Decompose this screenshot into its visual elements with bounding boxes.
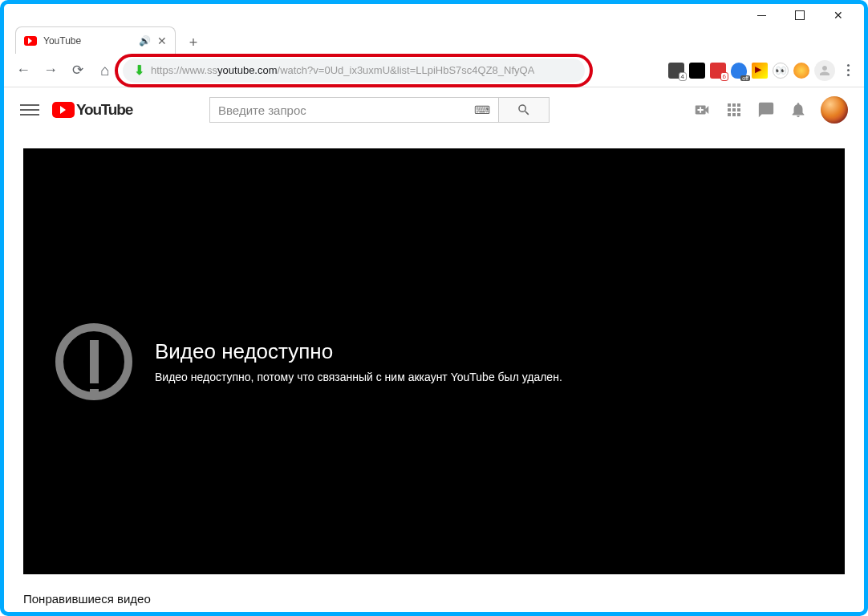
privacy-badge: Ограниченный доступ (23, 612, 132, 616)
extension-icon[interactable] (668, 63, 684, 79)
maximize-button[interactable] (782, 4, 817, 26)
tab-title: YouTube (43, 35, 81, 47)
browser-tab[interactable]: YouTube 🔊 ✕ (15, 26, 176, 54)
page-content: Видео недоступно Видео недоступно, потом… (4, 132, 864, 616)
forward-button[interactable] (39, 59, 62, 82)
url-text: https://www.ssyoutube.com/watch?v=0Ud_ix… (151, 64, 534, 76)
tab-audio-icon[interactable]: 🔊 (139, 35, 151, 47)
extension-icon[interactable] (752, 63, 768, 79)
playlist-title: Понравившиеся видео (23, 592, 845, 606)
reload-button[interactable] (67, 59, 89, 82)
extension-icon[interactable] (731, 63, 747, 79)
playlist-meta: Ограниченный доступ KPdd - 217 видео из … (23, 612, 845, 616)
youtube-logo[interactable]: YouTube (52, 101, 132, 119)
hamburger-menu-button[interactable] (20, 100, 39, 120)
close-window-button[interactable] (821, 4, 856, 26)
search-button[interactable] (498, 97, 550, 123)
error-message: Видео недоступно, потому что связанный с… (155, 371, 562, 383)
extension-icon[interactable] (710, 63, 726, 79)
window-titlebar (4, 4, 864, 26)
error-text: Видео недоступно Видео недоступно, потом… (155, 339, 562, 383)
youtube-header: YouTube Введите запрос ⌨ (4, 87, 864, 132)
notifications-button[interactable] (789, 100, 808, 120)
download-arrow-icon: ⬇ (134, 63, 144, 78)
address-bar[interactable]: ⬇ https://www.ssyoutube.com/watch?v=0Ud_… (123, 59, 585, 83)
tab-strip: YouTube 🔊 ✕ + (4, 26, 864, 54)
error-title: Видео недоступно (155, 339, 562, 364)
browser-window: YouTube 🔊 ✕ + ⬇ https://www.ssyoutube.co… (0, 0, 868, 616)
keyboard-icon[interactable]: ⌨ (474, 103, 490, 116)
search-form: Введите запрос ⌨ (209, 97, 550, 123)
error-icon (55, 323, 132, 400)
messages-button[interactable] (756, 100, 776, 120)
video-player-error: Видео недоступно Видео недоступно, потом… (23, 148, 845, 574)
extension-icon[interactable] (773, 63, 789, 79)
search-input[interactable]: Введите запрос ⌨ (209, 97, 498, 123)
extension-icon[interactable] (689, 63, 705, 79)
browser-menu-button[interactable] (840, 64, 856, 76)
profile-button[interactable] (814, 60, 835, 81)
extension-icon[interactable] (793, 63, 809, 79)
browser-toolbar: ⬇ https://www.ssyoutube.com/watch?v=0Ud_… (4, 54, 864, 87)
apps-button[interactable] (724, 100, 744, 120)
youtube-logo-text: YouTube (76, 101, 132, 119)
new-tab-button[interactable]: + (182, 31, 205, 54)
account-avatar[interactable] (821, 96, 848, 124)
youtube-favicon-icon (24, 36, 37, 46)
back-button[interactable] (12, 59, 34, 82)
minimize-button[interactable] (744, 4, 779, 26)
home-button[interactable] (94, 59, 116, 82)
tab-close-button[interactable]: ✕ (157, 34, 167, 47)
playlist-info: Понравившиеся видео Ограниченный доступ … (23, 574, 845, 616)
youtube-logo-icon (52, 102, 75, 118)
create-video-button[interactable] (692, 100, 712, 120)
address-bar-wrapper: ⬇ https://www.ssyoutube.com/watch?v=0Ud_… (123, 59, 585, 83)
search-placeholder: Введите запрос (218, 103, 306, 117)
